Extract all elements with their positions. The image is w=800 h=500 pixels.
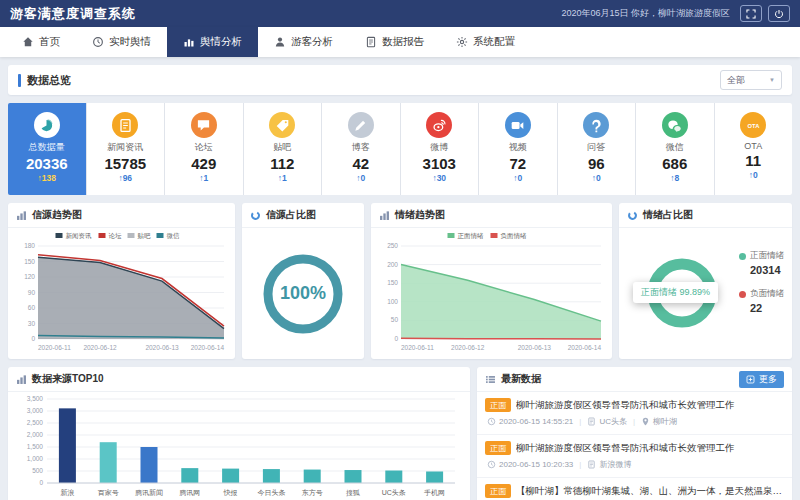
stat-card-wechat[interactable]: 微信686↑8: [636, 103, 714, 195]
latest-list: 正面柳叶湖旅游度假区领导督导防汛和城市长效管理工作2020-06-15 14:5…: [477, 392, 792, 500]
news-title: 柳叶湖旅游度假区领导督导防汛和城市长效管理工作: [516, 399, 735, 412]
filter-select[interactable]: 全部 ▼: [720, 70, 782, 90]
svg-text:2020-06-12: 2020-06-12: [83, 344, 117, 351]
svg-text:180: 180: [24, 242, 35, 249]
panel-title: 信源占比图: [266, 208, 316, 222]
pie-icon: [34, 112, 60, 138]
source-trend-body: 03060901201501802020-06-112020-06-122020…: [8, 228, 235, 359]
visitor-icon: [274, 36, 286, 48]
panel-title: 数据来源TOP10: [32, 372, 104, 386]
stat-card-forum[interactable]: 论坛429↑1: [165, 103, 243, 195]
news-item[interactable]: 正面柳叶湖旅游度假区领导督导防汛和城市长效管理工作2020-06-15 14:5…: [477, 392, 792, 435]
power-icon: [774, 9, 784, 19]
svg-text:腾讯新闻: 腾讯新闻: [135, 488, 163, 497]
nav-item-realtime[interactable]: 实时舆情: [76, 27, 167, 57]
news-item[interactable]: 正面柳叶湖旅游度假区领导督导防汛和城市长效管理工作2020-06-15 10:2…: [477, 435, 792, 478]
svg-text:2020-06-11: 2020-06-11: [401, 344, 434, 351]
doc-icon: [587, 460, 596, 469]
sentiment-trend-body: 0501001502002502020-06-112020-06-122020-…: [371, 228, 612, 359]
panel-header: 最新数据 更多: [477, 367, 792, 392]
stat-card-news[interactable]: 新闻资讯15785↑96: [87, 103, 165, 195]
source-share-donut: [246, 232, 360, 356]
nav-item-label: 舆情分析: [200, 35, 242, 49]
svg-text:百家号: 百家号: [98, 489, 119, 497]
nav-item-settings[interactable]: 系统配置: [440, 27, 531, 57]
stat-card-video[interactable]: 视频72↑0: [479, 103, 557, 195]
stat-label: 贴吧: [246, 141, 320, 154]
overview-bar: 数据总览 全部 ▼: [8, 65, 792, 95]
stat-change: ↑8: [638, 173, 712, 183]
nav-item-report[interactable]: 数据报告: [349, 27, 440, 57]
sentiment-tag: 正面: [485, 398, 511, 412]
svg-text:120: 120: [24, 273, 35, 280]
main-nav: 首页实时舆情舆情分析游客分析数据报告系统配置: [0, 27, 800, 57]
stat-label: 微信: [638, 141, 712, 154]
stat-label: OTA: [717, 141, 791, 151]
sentiment-trend-chart: 0501001502002502020-06-112020-06-122020-…: [374, 229, 607, 353]
panel-top10: 数据来源TOP10 05001,0001,5002,0002,5003,0003…: [8, 367, 470, 500]
stat-card-tag[interactable]: 贴吧112↑1: [244, 103, 322, 195]
nav-item-label: 实时舆情: [109, 35, 151, 49]
clock-icon: [487, 417, 496, 426]
power-button[interactable]: [768, 5, 790, 22]
svg-text:快报: 快报: [223, 489, 238, 496]
stat-card-blog[interactable]: 博客42↑0: [322, 103, 400, 195]
content: 数据总览 全部 ▼ 总数据量20336↑138新闻资讯15785↑96论坛429…: [0, 57, 800, 500]
list-icon: [485, 374, 496, 385]
forum-icon: [191, 112, 217, 138]
sentiment-share-body: 正面情绪 99.89% 正面情绪20314负面情绪22: [619, 228, 792, 359]
separator: |: [633, 417, 635, 426]
news-title: 柳叶湖旅游度假区领导督导防汛和城市长效管理工作: [516, 442, 735, 455]
stat-change: ↑0: [560, 173, 634, 183]
separator: |: [579, 460, 581, 469]
svg-text:100: 100: [387, 298, 398, 305]
svg-text:150: 150: [387, 279, 398, 286]
bottom-row: 数据来源TOP10 05001,0001,5002,0002,5003,0003…: [8, 367, 792, 500]
stat-value: 72: [481, 155, 555, 172]
fullscreen-button[interactable]: [740, 5, 762, 22]
stat-value: 686: [638, 155, 712, 172]
pie-chart-icon: [250, 210, 261, 221]
legend-item: 正面情绪20314: [739, 250, 784, 276]
stat-card-weibo[interactable]: 微博3103↑30: [401, 103, 479, 195]
nav-item-home[interactable]: 首页: [6, 27, 76, 57]
svg-text:UC头条: UC头条: [382, 489, 406, 496]
stat-card-qa[interactable]: 问答96↑0: [558, 103, 636, 195]
nav-item-analysis[interactable]: 舆情分析: [167, 27, 258, 57]
svg-text:50: 50: [391, 316, 399, 323]
svg-text:负面情绪: 负面情绪: [501, 232, 528, 240]
stat-card-pie[interactable]: 总数据量20336↑138: [8, 103, 86, 195]
legend-value: 22: [750, 302, 784, 314]
svg-text:微信: 微信: [167, 232, 181, 240]
stat-label: 总数据量: [10, 141, 84, 154]
nav-item-visitor[interactable]: 游客分析: [258, 27, 349, 57]
panel-header: 信源趋势图: [8, 203, 235, 228]
panel-sentiment-trend: 情绪趋势图 0501001502002502020-06-112020-06-1…: [371, 203, 612, 359]
stat-card-ota[interactable]: OTAOTA11↑0: [715, 103, 793, 195]
news-title: 【柳叶湖】常德柳叶湖集城、湖、山、洲为一体，是天然温泉的...: [516, 485, 784, 498]
stat-value: 15785: [89, 155, 163, 172]
stat-label: 微博: [403, 141, 477, 154]
news-icon: [112, 112, 138, 138]
plus-icon: [746, 375, 755, 384]
svg-text:250: 250: [387, 242, 398, 249]
stat-label: 论坛: [167, 141, 241, 154]
realtime-icon: [92, 36, 104, 48]
more-button[interactable]: 更多: [739, 371, 784, 388]
section-title: 数据总览: [18, 73, 71, 88]
svg-text:新闻资讯: 新闻资讯: [66, 232, 93, 240]
sentiment-tag: 正面: [485, 441, 511, 455]
analysis-icon: [183, 36, 195, 48]
top10-body: 05001,0001,5002,0002,5003,0003,500新浪百家号腾…: [8, 392, 470, 500]
panel-title: 信源趋势图: [32, 208, 82, 222]
news-meta: 2020-06-15 14:55:21|UC头条|柳叶湖: [487, 416, 784, 427]
svg-text:60: 60: [28, 304, 36, 311]
sentiment-tooltip: 正面情绪 99.89%: [633, 282, 718, 303]
svg-text:新浪: 新浪: [60, 488, 74, 497]
news-item[interactable]: 正面【柳叶湖】常德柳叶湖集城、湖、山、洲为一体，是天然温泉的...: [477, 478, 792, 500]
svg-text:0: 0: [31, 335, 35, 342]
legend-label: 负面情绪: [750, 288, 784, 300]
fullscreen-icon: [746, 9, 756, 19]
stat-label: 新闻资讯: [89, 141, 163, 154]
svg-text:2020-06-14: 2020-06-14: [191, 344, 225, 351]
